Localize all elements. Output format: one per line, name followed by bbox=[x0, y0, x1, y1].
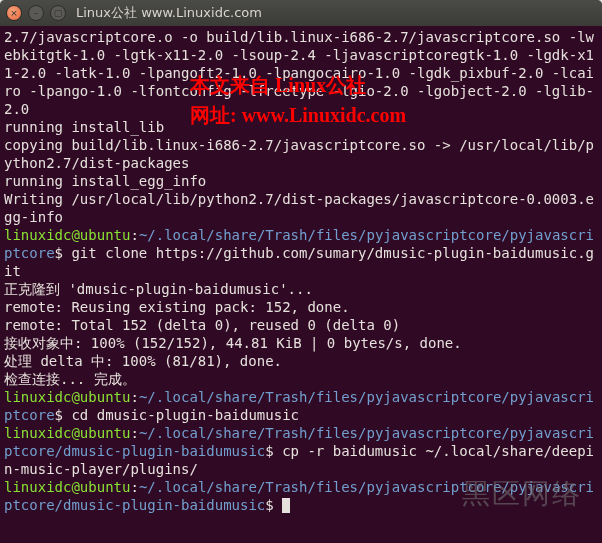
window-title: Linux公社 www.Linuxidc.com bbox=[76, 4, 262, 22]
minimize-icon[interactable]: – bbox=[28, 5, 44, 21]
terminal-output[interactable]: 2.7/javascriptcore.o -o build/lib.linux-… bbox=[0, 26, 602, 543]
terminal-window: × – ▢ Linux公社 www.Linuxidc.com 2.7/javas… bbox=[0, 0, 602, 543]
titlebar: × – ▢ Linux公社 www.Linuxidc.com bbox=[0, 0, 602, 26]
maximize-icon[interactable]: ▢ bbox=[50, 5, 66, 21]
cursor bbox=[282, 498, 290, 513]
close-icon[interactable]: × bbox=[6, 5, 22, 21]
